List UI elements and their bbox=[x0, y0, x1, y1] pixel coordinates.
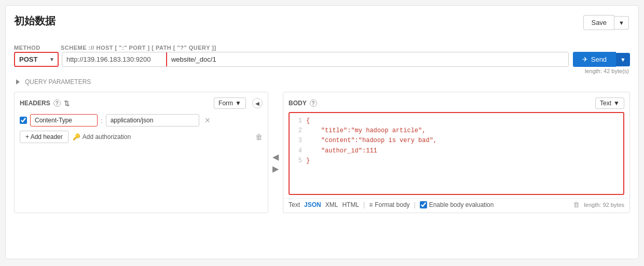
save-dropdown-button[interactable]: ▼ bbox=[614, 16, 629, 30]
code-line-1: 1 { bbox=[295, 116, 618, 126]
footer-xml-tab[interactable]: XML bbox=[325, 201, 338, 208]
send-button[interactable]: ✈ Send bbox=[573, 52, 616, 67]
url-path-input[interactable] bbox=[166, 52, 568, 66]
splitter-left-arrow[interactable]: ◀ bbox=[272, 152, 279, 162]
add-header-button[interactable]: + Add header bbox=[20, 131, 68, 143]
headers-panel: HEADERS ? ⇅ Form ▼ ◀ : ✕ bbox=[14, 92, 268, 213]
send-dropdown-button[interactable]: ▼ bbox=[616, 53, 630, 66]
code-text-4: "author_id":111 bbox=[306, 146, 377, 156]
footer-right: 🗑 length: 92 bytes bbox=[573, 201, 624, 208]
method-selector[interactable]: POST GET PUT DELETE PATCH ▼ bbox=[14, 52, 59, 67]
url-label: SCHEME :// HOST [ ":" PORT ] [ PATH [ "?… bbox=[61, 45, 216, 51]
save-button[interactable]: Save bbox=[583, 15, 614, 30]
headers-form-dropdown[interactable]: Form ▼ bbox=[214, 97, 246, 109]
header-colon: : bbox=[101, 117, 103, 124]
query-params-collapse-icon bbox=[16, 79, 20, 85]
headers-info-icon[interactable]: ? bbox=[53, 100, 61, 107]
splitter-right-arrow[interactable]: ▶ bbox=[272, 164, 279, 174]
headers-title: HEADERS ? ⇅ bbox=[20, 100, 70, 107]
form-label: Form bbox=[218, 100, 233, 107]
send-label: Send bbox=[591, 55, 607, 63]
header-checkbox[interactable] bbox=[20, 117, 27, 124]
body-title-text: BODY bbox=[289, 100, 307, 107]
body-info-icon[interactable]: ? bbox=[310, 100, 317, 107]
footer-json-tab[interactable]: JSON bbox=[304, 201, 321, 208]
send-arrow-icon: ✈ bbox=[582, 55, 588, 63]
save-toolbar: Save ▼ bbox=[583, 15, 629, 30]
code-line-5: 5 } bbox=[295, 156, 618, 166]
line-num-4: 4 bbox=[295, 146, 302, 156]
footer-separator: | bbox=[363, 201, 365, 208]
query-params-row[interactable]: QUERY PARAMETERS bbox=[16, 78, 630, 86]
query-params-label[interactable]: QUERY PARAMETERS bbox=[25, 78, 91, 86]
page-title: 初始数据 bbox=[14, 14, 56, 28]
line-num-2: 2 bbox=[295, 126, 302, 136]
method-arrow-icon: ▼ bbox=[48, 54, 58, 65]
body-title: BODY ? bbox=[289, 100, 317, 107]
body-panel: BODY ? Text ▼ 1 { 2 "title":"my hadoop a… bbox=[283, 92, 630, 213]
code-text-3: "content":"hadoop is very bad", bbox=[306, 136, 437, 146]
footer-text-tab[interactable]: Text bbox=[289, 201, 300, 208]
body-text-dropdown[interactable]: Text ▼ bbox=[595, 97, 624, 109]
format-body-icon: ≡ bbox=[369, 201, 373, 208]
line-num-3: 3 bbox=[295, 136, 302, 146]
method-label: METHOD bbox=[14, 45, 61, 51]
send-btn-wrapper: ✈ Send ▼ bbox=[573, 52, 630, 67]
body-text-label: Text bbox=[600, 100, 611, 107]
line-num-1: 1 bbox=[295, 116, 302, 126]
enable-evaluation-checkbox[interactable] bbox=[420, 201, 427, 208]
body-trash-icon[interactable]: 🗑 bbox=[573, 201, 580, 208]
code-line-2: 2 "title":"my hadoop article", bbox=[295, 126, 618, 136]
url-host-input[interactable] bbox=[62, 52, 166, 66]
header-value-input[interactable] bbox=[106, 114, 199, 127]
code-line-3: 3 "content":"hadoop is very bad", bbox=[295, 136, 618, 146]
method-select-input[interactable]: POST GET PUT DELETE PATCH bbox=[15, 53, 48, 66]
body-text-dropdown-arrow: ▼ bbox=[613, 100, 620, 107]
format-body-button[interactable]: ≡ Format body bbox=[369, 201, 409, 208]
code-editor[interactable]: 1 { 2 "title":"my hadoop article", 3 "co… bbox=[289, 112, 624, 195]
code-line-4: 4 "author_id":111 bbox=[295, 146, 618, 156]
body-length-info: length: 92 bytes bbox=[584, 202, 624, 208]
code-text-1: { bbox=[306, 116, 310, 126]
code-text-2: "title":"my hadoop article", bbox=[306, 126, 426, 136]
header-row: : ✕ bbox=[20, 114, 263, 127]
body-footer: Text JSON XML HTML | ≡ Format body | Ena… bbox=[283, 198, 629, 213]
headers-collapse-left-btn[interactable]: ◀ bbox=[252, 98, 263, 108]
headers-sort-icon[interactable]: ⇅ bbox=[64, 100, 70, 107]
enable-evaluation-toggle[interactable]: Enable body evaluation bbox=[420, 201, 494, 208]
url-input-wrapper bbox=[62, 52, 569, 67]
footer-html-tab[interactable]: HTML bbox=[342, 201, 359, 208]
enable-evaluation-label: Enable body evaluation bbox=[429, 201, 494, 208]
line-num-5: 5 bbox=[295, 156, 302, 166]
splitter-col: ◀ ▶ bbox=[268, 92, 283, 213]
key-icon: 🔑 bbox=[73, 133, 80, 141]
code-text-5: } bbox=[306, 156, 310, 166]
footer-separator-2: | bbox=[414, 201, 416, 208]
headers-title-text: HEADERS bbox=[20, 100, 50, 107]
header-delete-icon[interactable]: ✕ bbox=[204, 116, 211, 124]
form-dropdown-arrow-icon: ▼ bbox=[235, 100, 241, 107]
url-length-info: length: 42 byte(s) bbox=[14, 68, 630, 74]
header-key-input[interactable] bbox=[30, 114, 98, 127]
headers-trash-icon[interactable]: 🗑 bbox=[255, 133, 263, 141]
add-authorization-button[interactable]: 🔑 Add authorization bbox=[73, 133, 131, 141]
format-body-label: Format body bbox=[375, 201, 409, 208]
add-auth-label: Add authorization bbox=[83, 133, 131, 141]
